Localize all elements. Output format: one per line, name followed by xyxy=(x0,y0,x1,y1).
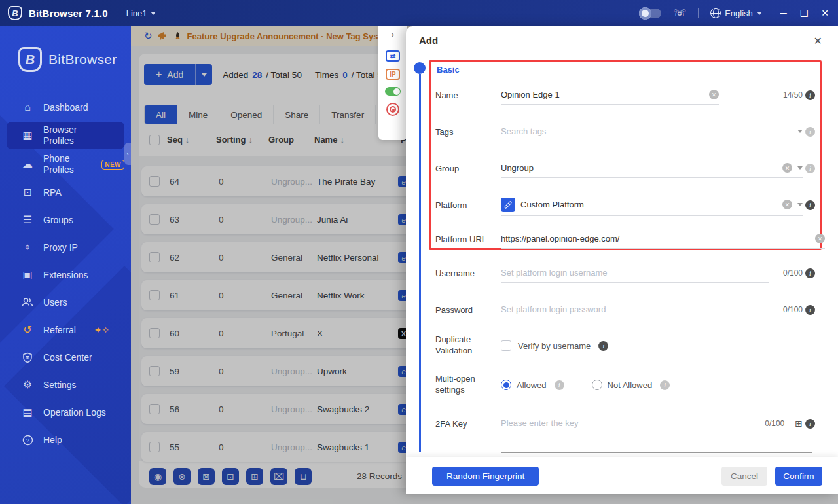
clear-icon[interactable]: ✕ xyxy=(815,234,825,243)
name-counter: 14/50 xyxy=(783,90,803,99)
fingerprint-icon[interactable] xyxy=(386,103,399,116)
platform-url-label: Platform URL xyxy=(435,234,501,245)
tab-share[interactable]: Share xyxy=(274,105,320,124)
info-icon[interactable]: i xyxy=(805,90,815,100)
close-icon[interactable]: ✕ xyxy=(814,35,822,47)
sidebar-item-phone-profiles[interactable]: ☁ Phone Profiles NEW xyxy=(7,151,124,178)
row-checkbox[interactable] xyxy=(149,328,160,338)
info-icon[interactable]: i xyxy=(805,268,815,278)
delete-box-icon[interactable]: ⌧ xyxy=(270,468,287,485)
shutter-icon[interactable]: ◉ xyxy=(149,468,166,485)
chevron-down-icon[interactable] xyxy=(797,166,803,170)
sort-desc-icon[interactable]: ↓ xyxy=(340,135,344,145)
sort-desc-icon[interactable]: ↓ xyxy=(185,135,190,145)
window-icon[interactable]: ⊞ xyxy=(246,468,263,485)
sidebar-item-rpa[interactable]: ⊡ RPA xyxy=(7,179,124,206)
sidebar-item-users[interactable]: Users xyxy=(7,289,124,315)
maximize-button[interactable]: ❑ xyxy=(800,8,809,18)
sidebar-item-settings[interactable]: ⚙ Settings xyxy=(7,372,124,398)
row-checkbox[interactable] xyxy=(149,442,160,452)
close-square-icon[interactable]: ⊠ xyxy=(198,468,215,485)
ip-monitor-icon[interactable]: IP xyxy=(386,69,400,80)
confirm-button[interactable]: Confirm xyxy=(775,467,822,486)
theme-toggle[interactable] xyxy=(640,9,661,18)
sidebar-item-proxy-ip[interactable]: ⌖ Proxy IP xyxy=(7,234,124,261)
support-headset-icon[interactable]: ☏ xyxy=(673,8,686,18)
allowed-radio[interactable] xyxy=(501,380,511,390)
info-icon[interactable]: i xyxy=(805,305,815,315)
password-input[interactable] xyxy=(501,304,769,314)
sidebar-item-cost-center[interactable]: Cost Center xyxy=(7,344,124,370)
chevron-down-icon[interactable] xyxy=(797,130,803,133)
sidebar-item-groups[interactable]: ☰ Groups xyxy=(7,207,124,233)
group-select[interactable] xyxy=(501,163,777,173)
language-selector[interactable]: English xyxy=(710,8,762,18)
sparkle-icon: ✦✧ xyxy=(94,325,109,335)
tab-transfer[interactable]: Transfer xyxy=(320,105,376,124)
collapse-chevron-icon[interactable]: › xyxy=(378,26,407,43)
refresh-icon[interactable]: ↻ xyxy=(144,30,153,42)
svg-text:?: ? xyxy=(26,437,29,444)
platform-url-input[interactable] xyxy=(501,234,810,243)
close-circle-icon[interactable]: ⊗ xyxy=(173,468,191,485)
clear-icon[interactable]: ✕ xyxy=(782,163,792,173)
select-all-checkbox[interactable] xyxy=(149,135,160,145)
info-icon[interactable]: i xyxy=(598,341,608,351)
close-window-button[interactable]: ✕ xyxy=(821,8,829,18)
clear-icon[interactable]: ✕ xyxy=(782,200,792,209)
app-logo-icon: B xyxy=(8,6,22,20)
profile-quota-stats: Added28/ Total 50 Times0/ Total 5000 xyxy=(223,70,397,80)
name-input[interactable] xyxy=(501,90,704,99)
add-dropdown-arrow[interactable] xyxy=(195,64,212,85)
tab-all[interactable]: All xyxy=(145,105,177,124)
username-input[interactable] xyxy=(501,268,769,278)
sidebar-item-extensions[interactable]: ▣ Extensions xyxy=(7,262,124,288)
row-checkbox[interactable] xyxy=(149,214,160,225)
home-icon: ⌂ xyxy=(21,102,34,113)
row-checkbox[interactable] xyxy=(149,252,160,262)
trash-icon[interactable]: ⊔ xyxy=(295,468,312,485)
platform-value[interactable]: Custom Platform xyxy=(520,200,777,209)
sidebar-item-help[interactable]: ? Help xyxy=(7,427,124,453)
info-icon[interactable]: i xyxy=(660,380,670,390)
twofa-counter: 0/100 xyxy=(765,419,784,428)
sidebar-item-operation-logs[interactable]: ▤ Operation Logs xyxy=(7,399,124,425)
robot-action-icon[interactable]: ⊡ xyxy=(222,468,239,485)
add-profile-button[interactable]: +Add xyxy=(144,64,212,85)
tab-opened[interactable]: Opened xyxy=(219,105,274,124)
info-icon[interactable]: i xyxy=(805,419,815,429)
info-icon[interactable]: i xyxy=(805,127,815,137)
not-allowed-radio[interactable] xyxy=(592,380,602,390)
map-pin-icon: ⌖ xyxy=(21,242,34,253)
transfer-monitor-icon[interactable]: ⇄ xyxy=(386,50,400,62)
info-icon[interactable]: i xyxy=(805,200,815,210)
row-checkbox[interactable] xyxy=(149,404,160,414)
line-selector[interactable]: Line1 xyxy=(126,9,156,18)
allowed-label: Allowed xyxy=(517,380,547,390)
info-icon[interactable]: i xyxy=(555,380,564,390)
username-counter: 0/100 xyxy=(783,268,803,278)
shield-dollar-icon xyxy=(21,351,34,363)
info-icon[interactable]: i xyxy=(805,164,815,173)
cancel-button[interactable]: Cancel xyxy=(721,467,767,486)
row-checkbox[interactable] xyxy=(149,176,160,187)
sidebar-item-browser-profiles[interactable]: ▦ Browser Profiles xyxy=(7,122,124,149)
clear-icon[interactable]: ✕ xyxy=(709,90,719,99)
sidebar-item-referral[interactable]: ↺ Referral ✦✧ xyxy=(7,317,124,343)
minimize-button[interactable]: ─ xyxy=(780,8,787,18)
tab-mine[interactable]: Mine xyxy=(177,105,219,124)
platform-label: Platform xyxy=(435,200,501,211)
megaphone-icon xyxy=(158,31,168,41)
verify-username-checkbox[interactable] xyxy=(501,340,511,351)
twofa-input[interactable] xyxy=(501,418,759,428)
sidebar-item-dashboard[interactable]: ⌂ Dashboard xyxy=(7,94,124,120)
tags-input[interactable] xyxy=(501,126,792,136)
sort-desc-icon[interactable]: ↓ xyxy=(249,135,253,145)
random-fingerprint-button[interactable]: Random Fingerprint xyxy=(432,467,539,486)
row-checkbox[interactable] xyxy=(149,290,160,300)
toggle-on-icon[interactable] xyxy=(385,87,401,96)
username-label: Username xyxy=(435,268,501,279)
qr-image-icon[interactable]: ⊞ xyxy=(795,418,803,429)
chevron-down-icon[interactable] xyxy=(797,203,803,206)
row-checkbox[interactable] xyxy=(149,366,160,376)
